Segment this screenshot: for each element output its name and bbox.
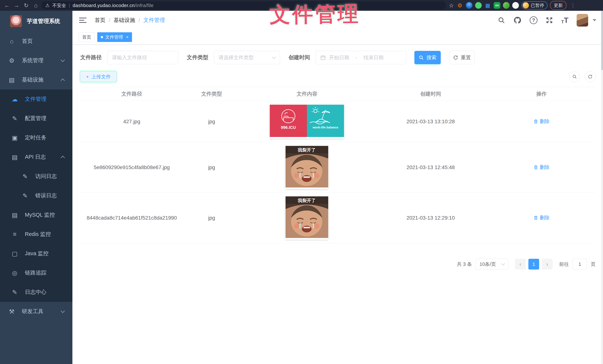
github-icon[interactable]	[513, 16, 522, 24]
svg-text:work-life balance: work-life balance	[313, 126, 338, 129]
font-size-icon[interactable]: TT	[561, 16, 568, 24]
date-start-placeholder: 开始日期	[329, 54, 349, 61]
delete-button[interactable]: 删除	[533, 118, 550, 125]
search-button[interactable]: 搜索	[414, 51, 441, 64]
extension-pin-icon[interactable]	[466, 2, 473, 9]
app-title: 芋道管理系统	[27, 17, 60, 25]
refresh-table-icon[interactable]	[585, 71, 596, 82]
extension-check-icon[interactable]	[475, 2, 482, 9]
sidebar-item-home[interactable]: ⌂ 首页	[0, 32, 72, 51]
goto-page-input[interactable]	[573, 259, 587, 270]
extension-leaf-icon[interactable]	[503, 2, 510, 9]
sidebar: 芋道管理系统 ⌂ 首页 ⚙ 系统管理 ▤ 基础设施 ☁ 文件管理	[0, 11, 72, 364]
browser-home-icon[interactable]: ⌂	[32, 1, 40, 10]
table-header-row: 文件路径 文件类型 文件内容 创建时间 操作	[80, 87, 596, 101]
trash-icon	[533, 165, 538, 170]
database-icon: ▤	[11, 211, 19, 219]
profile-avatar	[523, 2, 529, 9]
sidebar-item-java-monitor[interactable]: ▢ Java 监控	[0, 244, 72, 263]
scrollbar-thumb[interactable]	[601, 11, 603, 70]
extension-puzzle-icon[interactable]	[512, 2, 519, 9]
extension-gear-icon[interactable]: ⚙	[456, 2, 463, 9]
page-buttons: ‹ 1 ›	[515, 259, 553, 270]
page-size-select[interactable]: 10条/页	[476, 259, 508, 270]
sidebar-item-api-log[interactable]: ▤ API 日志	[0, 147, 72, 167]
chevron-down-icon	[272, 55, 276, 59]
user-menu-caret-icon[interactable]	[593, 19, 596, 21]
tags-bar: 首页 文件管理 ×	[72, 30, 603, 45]
scrollbar[interactable]	[601, 11, 603, 364]
file-path-input[interactable]	[112, 55, 174, 60]
svg-text:996.ICU: 996.ICU	[281, 125, 296, 130]
sidebar-item-error-log[interactable]: ✎ 错误日志	[0, 186, 72, 205]
toggle-search-icon[interactable]	[569, 71, 580, 82]
sidebar-item-scheduled-jobs[interactable]: ▣ 定时任务	[0, 128, 72, 147]
cell-file-path: 427.jpg	[80, 101, 183, 142]
tab-home[interactable]: 首页	[79, 32, 95, 42]
sidebar-item-label: Java 监控	[25, 250, 48, 257]
sidebar-item-dev-tools[interactable]: ⚒ 研发工具	[0, 302, 72, 321]
sidebar-item-label: 首页	[22, 37, 33, 45]
col-file-type: 文件类型	[183, 87, 240, 101]
file-preview-crying-baby[interactable]: 我裂开了	[286, 146, 328, 189]
sidebar-item-trace[interactable]: ◎ 链路追踪	[0, 263, 72, 283]
table-tools	[569, 71, 596, 82]
breadcrumb-home[interactable]: 首页	[95, 17, 105, 24]
help-icon[interactable]: ?	[530, 16, 537, 24]
fullscreen-icon[interactable]	[546, 17, 553, 24]
sidebar-item-infra[interactable]: ▤ 基础设施	[0, 70, 72, 90]
redis-icon: ≡	[11, 231, 19, 238]
eye-icon: ◎	[11, 269, 19, 277]
browser-menu-icon[interactable]: ⋮	[569, 2, 577, 9]
prev-page-button[interactable]: ‹	[515, 259, 526, 270]
extension-grid-icon[interactable]: ▦	[484, 2, 491, 9]
tab-file-manage[interactable]: 文件管理 ×	[97, 32, 132, 42]
browser-back-icon[interactable]: ←	[3, 1, 11, 10]
sidebar-item-access-log[interactable]: ✎ 访问日志	[0, 167, 72, 186]
sidebar-toggle-icon[interactable]	[79, 18, 87, 23]
user-avatar[interactable]	[577, 14, 588, 27]
date-range-picker[interactable]: 开始日期 - 结束日期	[316, 51, 406, 64]
file-preview-crying-baby[interactable]: 我裂开了	[286, 196, 328, 239]
header-search-icon[interactable]	[498, 17, 505, 24]
total-count: 共 3 条	[457, 261, 472, 267]
gear-icon: ⚙	[8, 57, 16, 64]
table-row: 5e8609290e915c4fa8b08e67.jpg jpg	[80, 142, 596, 193]
delete-button[interactable]: 删除	[533, 214, 550, 221]
page-suffix-label: 页	[591, 261, 596, 267]
log-center-icon: ✎	[11, 289, 19, 296]
reset-button[interactable]: 重置	[449, 51, 475, 64]
file-preview-996icu-banner[interactable]: 996.ICU work-life balance	[270, 105, 344, 138]
sidebar-item-system[interactable]: ⚙ 系统管理	[0, 51, 72, 70]
cloud-icon: ☁	[11, 96, 19, 103]
chevron-down-icon	[61, 58, 65, 62]
address-bar[interactable]: ⚠ 不安全 | dashboard.yudao.iocoder.cn/infra…	[41, 1, 446, 10]
breadcrumb-infra[interactable]: 基础设施	[114, 17, 135, 24]
sidebar-item-log-center[interactable]: ✎ 日志中心	[0, 283, 72, 302]
cell-file-type: jpg	[183, 142, 240, 193]
browser-profile-chip[interactable]: 已暂停	[522, 1, 547, 10]
sidebar-item-redis-monitor[interactable]: ≡ Redis 监控	[0, 225, 72, 244]
sidebar-item-file-manage[interactable]: ☁ 文件管理	[0, 90, 72, 109]
browser-forward-icon[interactable]: →	[12, 1, 21, 10]
navbar-actions: ? TT	[498, 14, 596, 27]
next-page-button[interactable]: ›	[542, 259, 553, 270]
bookmark-star-icon[interactable]: ☆	[449, 2, 454, 9]
sidebar-item-label: Redis 监控	[25, 230, 51, 238]
page-1-button[interactable]: 1	[528, 259, 539, 270]
app-logo-row[interactable]: 芋道管理系统	[0, 11, 72, 32]
create-time-label: 创建时间	[289, 54, 310, 61]
sidebar-item-label: 基础设施	[22, 76, 44, 83]
upload-file-button[interactable]: + 上传文件	[80, 71, 116, 82]
extension-on-badge[interactable]: on	[494, 2, 500, 9]
active-tab-dot	[101, 36, 103, 38]
page-content: 文件路径 文件类型 请选择文件类型 创建时间 开始日期 - 结束日期	[72, 45, 603, 364]
sidebar-item-config-manage[interactable]: ✎ 配置管理	[0, 109, 72, 128]
browser-reload-icon[interactable]: ↻	[22, 1, 30, 10]
browser-update-button[interactable]: 更新	[550, 1, 567, 10]
sidebar-item-mysql-monitor[interactable]: ▤ MySQL 监控	[0, 205, 72, 225]
col-create-time: 创建时间	[374, 87, 487, 101]
file-type-select[interactable]: 请选择文件类型	[214, 51, 280, 64]
tab-close-icon[interactable]: ×	[126, 35, 128, 40]
delete-button[interactable]: 删除	[533, 164, 550, 171]
